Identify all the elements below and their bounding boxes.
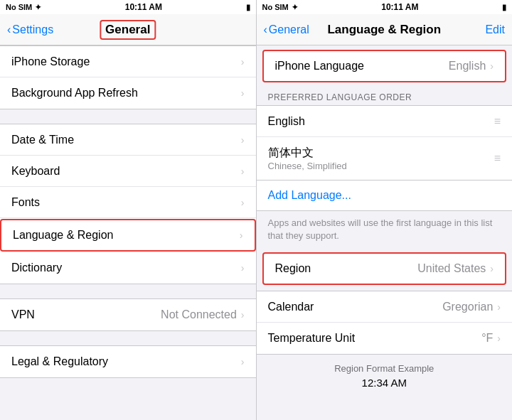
chevron-icon: ›	[241, 262, 245, 274]
right-back-button[interactable]: ‹ General	[264, 23, 309, 36]
chevron-icon: ›	[241, 87, 245, 99]
language-region-row[interactable]: Language & Region ›	[0, 219, 256, 252]
list-item[interactable]: Legal & Regulatory ›	[0, 346, 256, 377]
left-chevron-icon: ‹	[7, 23, 11, 36]
right-status-left: No SIM ✦	[262, 3, 298, 12]
region-row[interactable]: Region United States ›	[262, 252, 507, 285]
chevron-icon: ›	[497, 301, 501, 313]
lang-chinese: 简体中文	[268, 146, 489, 161]
list-item[interactable]: Keyboard ›	[0, 156, 256, 187]
left-back-label: Settings	[12, 23, 53, 36]
row-label-legal: Legal & Regulatory	[11, 355, 241, 368]
calendar-row[interactable]: Calendar Gregorian ›	[257, 291, 513, 323]
lang-chinese-sub: Chinese, Simplified	[268, 161, 489, 171]
left-panel: No SIM ✦ 10:11 AM ▮ ‹ Settings General i…	[0, 0, 256, 420]
region-value: United States	[417, 262, 486, 275]
list-item[interactable]: VPN Not Connected ›	[0, 299, 256, 330]
temperature-value: °F	[481, 332, 493, 345]
right-wifi-icon: ✦	[292, 3, 298, 12]
left-section-datetime: Date & Time › Keyboard › Fonts › Languag…	[0, 124, 256, 284]
left-back-button[interactable]: ‹ Settings	[7, 23, 53, 36]
left-nav-bar: ‹ Settings General	[0, 14, 256, 45]
calendar-label: Calendar	[268, 301, 443, 313]
hamburger-icon-2: ≡	[494, 152, 501, 165]
row-label-fonts: Fonts	[11, 196, 241, 209]
left-group-1: iPhone Storage › Background App Refresh …	[0, 45, 256, 109]
left-group-4: Legal & Regulatory ›	[0, 345, 256, 378]
region-label: Region	[275, 262, 418, 275]
vpn-value: Not Connected	[161, 308, 237, 321]
row-label-keyboard: Keyboard	[11, 165, 241, 178]
chevron-icon: ›	[241, 56, 245, 68]
region-section: Region United States ›	[262, 252, 507, 285]
list-item[interactable]: Dictionary ›	[0, 252, 256, 284]
list-item[interactable]: Background App Refresh ›	[0, 77, 256, 109]
language-note: Apps and websites will use the first lan…	[257, 211, 513, 251]
temperature-row[interactable]: Temperature Unit °F ›	[257, 323, 513, 354]
right-nav-title: Language & Region	[327, 23, 441, 37]
left-status-right: ▮	[246, 3, 250, 12]
chevron-icon: ›	[241, 356, 245, 367]
carrier-label: No SIM	[6, 3, 32, 11]
lang-english: English	[268, 115, 489, 128]
iphone-language-label: iPhone Language	[275, 60, 449, 72]
right-panel: No SIM ✦ 10:11 AM ▮ ‹ General Language &…	[257, 0, 513, 420]
left-time: 10:11 AM	[125, 2, 162, 12]
left-nav-title: General	[100, 20, 156, 40]
right-carrier-label: No SIM	[262, 3, 289, 11]
hamburger-icon: ≡	[494, 115, 501, 128]
row-label-datetime: Date & Time	[11, 134, 241, 146]
row-label-dictionary: Dictionary	[11, 262, 241, 274]
left-status-left: No SIM ✦	[6, 3, 41, 12]
right-battery-icon: ▮	[502, 3, 506, 12]
chevron-icon: ›	[240, 230, 243, 241]
chevron-icon: ›	[490, 263, 494, 274]
wifi-icon: ✦	[35, 3, 41, 12]
right-chevron-icon: ‹	[264, 23, 267, 36]
chevron-icon: ›	[241, 309, 245, 321]
row-label-bg-refresh: Background App Refresh	[11, 87, 241, 99]
row-label-iphone-storage: iPhone Storage	[11, 55, 241, 68]
battery-icon: ▮	[246, 3, 250, 12]
right-bottom-group: Calendar Gregorian › Temperature Unit °F…	[257, 291, 513, 355]
row-label-language-region: Language & Region	[13, 229, 240, 242]
calendar-value: Gregorian	[442, 301, 493, 313]
left-section-storage: iPhone Storage › Background App Refresh …	[0, 45, 256, 109]
region-format-section: Region Format Example 12:34 AM	[257, 355, 513, 397]
left-group-2: Date & Time › Keyboard › Fonts › Languag…	[0, 124, 256, 284]
right-status-bar: No SIM ✦ 10:11 AM ▮	[257, 0, 513, 14]
left-settings-list: iPhone Storage › Background App Refresh …	[0, 45, 256, 420]
list-item[interactable]: Fonts ›	[0, 187, 256, 218]
list-item[interactable]: English ≡	[257, 106, 513, 137]
add-language-section: Add Language...	[257, 181, 513, 211]
temperature-label: Temperature Unit	[268, 332, 482, 345]
left-group-3: VPN Not Connected ›	[0, 298, 256, 331]
list-item[interactable]: 简体中文 Chinese, Simplified ≡	[257, 137, 513, 181]
preferred-language-section-label: PREFERRED LANGUAGE ORDER	[257, 87, 513, 105]
right-edit-button[interactable]: Edit	[485, 23, 505, 36]
list-item[interactable]: iPhone Storage ›	[0, 46, 256, 77]
iphone-language-value: English	[449, 60, 486, 72]
row-label-vpn: VPN	[11, 308, 161, 321]
iphone-language-row[interactable]: iPhone Language English ›	[262, 50, 507, 82]
right-back-label: General	[269, 23, 309, 36]
chevron-icon: ›	[241, 134, 245, 146]
list-item[interactable]: Date & Time ›	[0, 124, 256, 156]
right-time: 10:11 AM	[381, 2, 418, 12]
iphone-language-section: iPhone Language English ›	[262, 50, 507, 82]
left-status-bar: No SIM ✦ 10:11 AM ▮	[0, 0, 256, 14]
chevron-icon: ›	[497, 333, 501, 344]
region-format-value: 12:34 AM	[268, 377, 501, 389]
left-section-legal: Legal & Regulatory ›	[0, 345, 256, 378]
right-nav-bar: ‹ General Language & Region Edit	[257, 14, 513, 45]
chevron-icon: ›	[490, 60, 494, 72]
add-language-button[interactable]: Add Language...	[257, 181, 513, 210]
right-settings-list: iPhone Language English › PREFERRED LANG…	[257, 45, 513, 420]
left-section-vpn: VPN Not Connected ›	[0, 298, 256, 331]
region-format-label: Region Format Example	[268, 363, 501, 374]
right-status-right: ▮	[502, 3, 506, 12]
chevron-icon: ›	[241, 197, 245, 208]
right-language-group: English ≡ 简体中文 Chinese, Simplified ≡	[257, 105, 513, 181]
chevron-icon: ›	[241, 166, 245, 177]
